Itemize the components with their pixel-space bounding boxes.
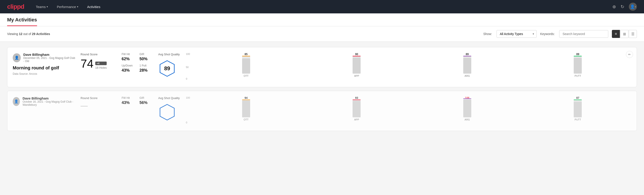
viewing-suffix: Activities bbox=[36, 32, 50, 36]
bar-value-app-2: 93 bbox=[355, 96, 358, 100]
hex-container-2 bbox=[158, 103, 176, 121]
round-score-label: Round Score bbox=[80, 53, 116, 56]
stat-updown-value: 43% bbox=[122, 68, 135, 73]
round-score-section: Round Score 74 +4 18 Holes bbox=[80, 53, 116, 70]
refresh-icon[interactable]: ↻ bbox=[620, 4, 624, 9]
bar-putt-top-2 bbox=[574, 100, 582, 100]
stat-updown: Up/Down 43% bbox=[122, 64, 135, 73]
user-info-2: Dave Billingham October 16, 2021 - Gog M… bbox=[22, 96, 75, 106]
user-info: Dave Billingham December 05, 2021 - Gog … bbox=[24, 53, 75, 63]
bar-arg-top-2 bbox=[463, 98, 471, 99]
bar-ott-fill-2 bbox=[242, 100, 250, 117]
main-content: ✏ 👤 Dave Billingham December 05, 2021 - … bbox=[0, 42, 644, 136]
y-label-50: 50 bbox=[186, 66, 188, 68]
activity-type-select[interactable]: All Activity Types Round of Golf Practic… bbox=[496, 30, 537, 38]
bar-ott-top bbox=[242, 56, 250, 56]
bars-container-2: 94 OTT 93 APP bbox=[192, 98, 631, 121]
y-label-0: 0 bbox=[186, 78, 187, 80]
nav-activities-label: Activities bbox=[87, 5, 100, 9]
user-avatar-button[interactable]: 👤 ▾ bbox=[629, 3, 637, 11]
view-grid-button[interactable]: ⊞ bbox=[620, 30, 628, 38]
add-icon[interactable]: ⊕ bbox=[612, 4, 616, 9]
bar-label-app-2: APP bbox=[354, 118, 359, 121]
stats-section: FW Hit 62% GIR 50% Up/Down 43% 1 Putt 28… bbox=[122, 53, 153, 73]
bar-putt-2 bbox=[574, 100, 582, 117]
activity-card-2: 👤 Dave Billingham October 16, 2021 - Gog… bbox=[7, 91, 637, 131]
stat-gir: GIR 50% bbox=[140, 53, 153, 61]
bar-ott-2 bbox=[242, 100, 250, 117]
view-list-detail-button[interactable]: ☰ bbox=[629, 30, 637, 38]
nav-right-actions: ⊕ ↻ 👤 ▾ bbox=[612, 3, 637, 11]
bar-ott-top-2 bbox=[242, 100, 250, 100]
round-score-label-2: Round Score bbox=[80, 96, 116, 100]
show-label: Show: bbox=[483, 32, 492, 36]
bar-app-top-2 bbox=[352, 100, 360, 100]
avg-shot-section: Avg Shot Quality 89 bbox=[158, 53, 180, 78]
stat-fw-hit-value: 62% bbox=[122, 57, 135, 61]
nav-performance[interactable]: Performance ▾ bbox=[56, 3, 79, 10]
card-left-2: 👤 Dave Billingham October 16, 2021 - Gog… bbox=[13, 96, 75, 108]
stat-fw-hit: FW Hit 62% bbox=[122, 53, 135, 61]
stat-gir-2: GIR 56% bbox=[140, 96, 153, 105]
stat-1putt-value: 28% bbox=[140, 68, 153, 73]
bar-app-top bbox=[352, 56, 360, 56]
y-label-100-2: 100 bbox=[186, 96, 190, 99]
stat-gir-label-2: GIR bbox=[140, 96, 153, 100]
search-input[interactable] bbox=[559, 30, 608, 38]
avatar-2: 👤 bbox=[13, 97, 20, 106]
bar-app bbox=[352, 56, 360, 74]
chart-section-2: 100 0 94 OTT 93 bbox=[186, 96, 631, 126]
bar-value-putt: 89 bbox=[576, 53, 579, 56]
hexagon-2 bbox=[158, 103, 176, 121]
bar-value-app: 90 bbox=[355, 53, 358, 56]
y-label-0-2: 0 bbox=[186, 121, 187, 124]
bar-group-putt: 89 PUTT bbox=[524, 53, 632, 77]
view-list-compact-button[interactable]: ≡ bbox=[612, 30, 620, 38]
hexagon-svg-2 bbox=[158, 103, 176, 121]
logo-text[interactable]: clippd bbox=[7, 3, 24, 10]
viewing-count: 12 bbox=[19, 32, 22, 36]
bar-label-arg: ARG bbox=[464, 74, 470, 77]
nav-teams[interactable]: Teams ▾ bbox=[35, 3, 49, 10]
stat-updown-label: Up/Down bbox=[122, 64, 135, 67]
bar-chart-container: 100 50 0 85 OTT 90 bbox=[186, 53, 631, 82]
y-label-100: 100 bbox=[186, 53, 190, 55]
page-title: My Activities bbox=[7, 17, 37, 26]
bar-value-ott: 85 bbox=[244, 53, 248, 56]
keywords-label: Keywords: bbox=[540, 32, 555, 36]
avatar: 👤 bbox=[13, 53, 21, 62]
user-row: 👤 Dave Billingham December 05, 2021 - Go… bbox=[13, 53, 75, 63]
big-score: 74 bbox=[80, 58, 94, 70]
bar-group-putt-2: 87 PUTT bbox=[524, 96, 632, 121]
user-date: December 05, 2021 - Gog Magog Golf Club … bbox=[24, 56, 75, 63]
bar-value-ott-2: 94 bbox=[244, 96, 248, 100]
bar-group-ott-2: 94 OTT bbox=[192, 96, 300, 121]
bar-putt-fill bbox=[574, 58, 582, 74]
user-date-2: October 16, 2021 - Gog Magog Golf Club -… bbox=[22, 100, 75, 106]
page-header: My Activities bbox=[0, 14, 644, 26]
bar-putt bbox=[574, 56, 582, 74]
nav-activities[interactable]: Activities bbox=[86, 3, 101, 10]
nav-teams-label: Teams bbox=[36, 5, 46, 9]
user-row-2: 👤 Dave Billingham October 16, 2021 - Gog… bbox=[13, 96, 75, 106]
bar-ott-fill bbox=[242, 58, 250, 74]
bar-app-2 bbox=[352, 100, 360, 117]
hex-container: 89 bbox=[158, 60, 176, 78]
bar-label-ott: OTT bbox=[244, 74, 248, 77]
filter-bar: Viewing 12 out of 29 Activities Show: Al… bbox=[0, 26, 644, 42]
stat-fw-hit-label-2: FW Hit bbox=[122, 96, 135, 100]
bar-putt-fill-2 bbox=[574, 102, 582, 117]
user-icon: 👤 bbox=[630, 4, 635, 9]
bar-arg-2 bbox=[463, 100, 471, 117]
bar-group-app: 90 APP bbox=[303, 53, 410, 77]
stat-fw-hit-2: FW Hit 43% bbox=[122, 96, 135, 105]
stat-fw-hit-label: FW Hit bbox=[122, 53, 135, 56]
card-left: 👤 Dave Billingham December 05, 2021 - Go… bbox=[13, 53, 75, 76]
bar-label-putt-2: PUTT bbox=[574, 118, 581, 121]
round-score-section-2: Round Score — bbox=[80, 96, 116, 110]
viewing-text: Viewing 12 out of 29 Activities bbox=[7, 32, 50, 36]
bar-arg-fill bbox=[463, 58, 471, 74]
avg-shot-label-2: Avg Shot Quality bbox=[158, 96, 180, 100]
bar-group-ott: 85 OTT bbox=[192, 53, 300, 77]
avg-shot-label: Avg Shot Quality bbox=[158, 53, 180, 56]
